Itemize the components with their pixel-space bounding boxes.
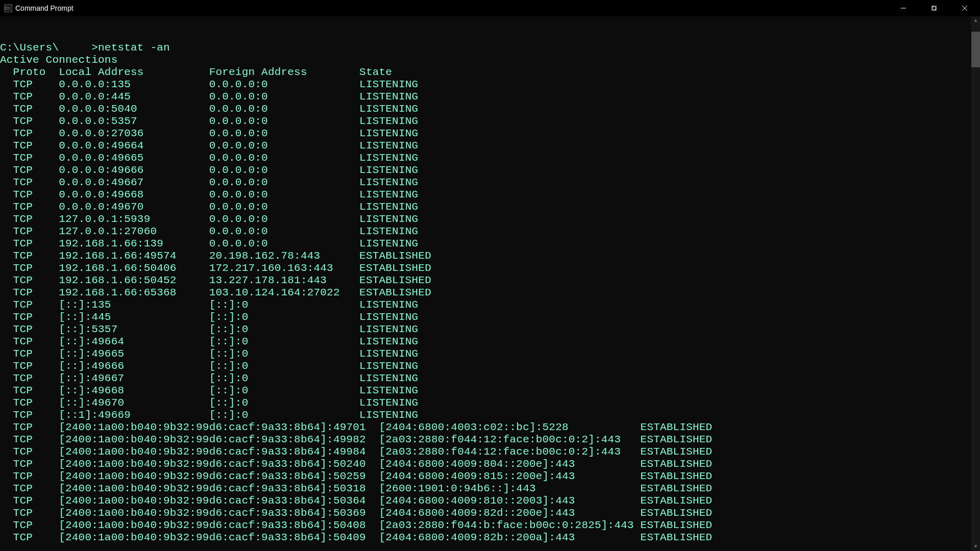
terminal-line: TCP 0.0.0.0:5040 0.0.0.0:0 LISTENING bbox=[0, 103, 980, 115]
terminal-line: TCP 127.0.0.1:5939 0.0.0.0:0 LISTENING bbox=[0, 213, 980, 226]
terminal-line: TCP [::]:49670 [::]:0 LISTENING bbox=[0, 397, 980, 409]
scroll-down-arrow[interactable]: ▼ bbox=[971, 542, 980, 551]
terminal-line: TCP [2400:1a00:b040:9b32:99d6:cacf:9a33:… bbox=[0, 446, 980, 458]
window-title: Command Prompt bbox=[15, 4, 74, 12]
svg-text:C:\: C:\ bbox=[5, 6, 11, 11]
terminal-line: TCP [::]:49666 [::]:0 LISTENING bbox=[0, 360, 980, 372]
terminal-line: TCP 192.168.1.66:50406 172.217.160.163:4… bbox=[0, 262, 980, 274]
window-controls bbox=[888, 0, 980, 16]
terminal-line: TCP 192.168.1.66:50452 13.227.178.181:44… bbox=[0, 274, 980, 287]
terminal-line: TCP [2400:1a00:b040:9b32:99d6:cacf:9a33:… bbox=[0, 434, 980, 446]
terminal-line: Active Connections bbox=[0, 54, 980, 66]
terminal-line: TCP [2400:1a00:b040:9b32:99d6:cacf:9a33:… bbox=[0, 519, 980, 532]
terminal-line: Proto Local Address Foreign Address Stat… bbox=[0, 66, 980, 79]
terminal-line: TCP 0.0.0.0:5357 0.0.0.0:0 LISTENING bbox=[0, 115, 980, 128]
terminal-line: TCP [::]:49665 [::]:0 LISTENING bbox=[0, 348, 980, 360]
terminal-line: TCP [2400:1a00:b040:9b32:99d6:cacf:9a33:… bbox=[0, 495, 980, 507]
terminal-line: TCP 0.0.0.0:49667 0.0.0.0:0 LISTENING bbox=[0, 177, 980, 189]
maximize-button[interactable] bbox=[919, 0, 949, 16]
terminal-line: TCP 0.0.0.0:49664 0.0.0.0:0 LISTENING bbox=[0, 140, 980, 152]
terminal-line: TCP [2400:1a00:b040:9b32:99d6:cacf:9a33:… bbox=[0, 483, 980, 495]
terminal-line: TCP [::1]:49669 [::]:0 LISTENING bbox=[0, 409, 980, 421]
terminal-line: TCP [::]:49664 [::]:0 LISTENING bbox=[0, 336, 980, 348]
terminal-line: TCP 127.0.0.1:27060 0.0.0.0:0 LISTENING bbox=[0, 226, 980, 238]
terminal-line: TCP [2400:1a00:b040:9b32:99d6:cacf:9a33:… bbox=[0, 470, 980, 483]
terminal-line: TCP 192.168.1.66:65368 103.10.124.164:27… bbox=[0, 287, 980, 299]
terminal-line: TCP [::]:49668 [::]:0 LISTENING bbox=[0, 385, 980, 397]
terminal-line: TCP 192.168.1.66:49574 20.198.162.78:443… bbox=[0, 250, 980, 262]
terminal-line: TCP [::]:135 [::]:0 LISTENING bbox=[0, 299, 980, 311]
titlebar[interactable]: C:\ Command Prompt bbox=[0, 0, 980, 16]
minimize-button[interactable] bbox=[888, 0, 919, 16]
scroll-up-arrow[interactable]: ▲ bbox=[971, 16, 980, 25]
terminal-line: TCP 0.0.0.0:49670 0.0.0.0:0 LISTENING bbox=[0, 201, 980, 213]
terminal-line: TCP 0.0.0.0:49668 0.0.0.0:0 LISTENING bbox=[0, 189, 980, 201]
terminal-line: TCP 0.0.0.0:49665 0.0.0.0:0 LISTENING bbox=[0, 152, 980, 164]
close-button[interactable] bbox=[949, 0, 980, 16]
app-icon: C:\ bbox=[4, 4, 12, 12]
terminal-line: TCP [::]:5357 [::]:0 LISTENING bbox=[0, 323, 980, 336]
terminal-line: TCP [::]:445 [::]:0 LISTENING bbox=[0, 311, 980, 323]
terminal-content: C:\Users\ >netstat -anActive Connections… bbox=[0, 42, 980, 544]
terminal-line: TCP 0.0.0.0:49666 0.0.0.0:0 LISTENING bbox=[0, 164, 980, 177]
terminal-area[interactable]: C:\Users\ >netstat -anActive Connections… bbox=[0, 16, 980, 551]
scrollbar-track[interactable]: ▲ ▼ bbox=[971, 16, 980, 551]
terminal-line: TCP 0.0.0.0:27036 0.0.0.0:0 LISTENING bbox=[0, 128, 980, 140]
terminal-line: TCP [2400:1a00:b040:9b32:99d6:cacf:9a33:… bbox=[0, 421, 980, 434]
terminal-line: TCP 0.0.0.0:135 0.0.0.0:0 LISTENING bbox=[0, 79, 980, 91]
terminal-line: C:\Users\ >netstat -an bbox=[0, 42, 980, 54]
terminal-line: TCP 192.168.1.66:139 0.0.0.0:0 LISTENING bbox=[0, 238, 980, 250]
terminal-line: TCP [2400:1a00:b040:9b32:99d6:cacf:9a33:… bbox=[0, 458, 980, 470]
terminal-line: TCP [2400:1a00:b040:9b32:99d6:cacf:9a33:… bbox=[0, 507, 980, 519]
terminal-line: TCP [::]:49667 [::]:0 LISTENING bbox=[0, 372, 980, 385]
terminal-line: TCP 0.0.0.0:445 0.0.0.0:0 LISTENING bbox=[0, 91, 980, 103]
svg-rect-3 bbox=[932, 7, 936, 11]
svg-rect-4 bbox=[933, 6, 937, 10]
scrollbar-thumb[interactable] bbox=[971, 32, 980, 67]
terminal-line: TCP [2400:1a00:b040:9b32:99d6:cacf:9a33:… bbox=[0, 532, 980, 544]
